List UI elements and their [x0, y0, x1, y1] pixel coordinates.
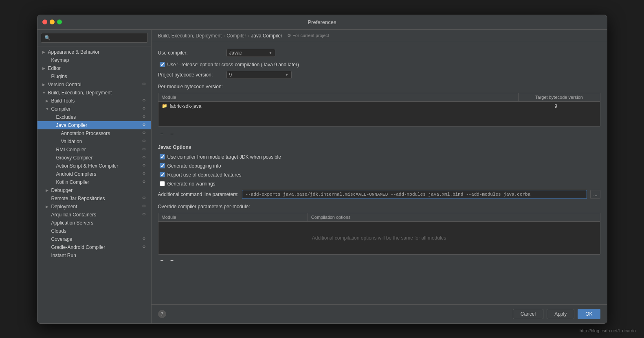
sidebar-item-app-servers[interactable]: Application Servers — [37, 219, 151, 227]
sidebar-item-excludes[interactable]: Excludes ⚙ — [37, 113, 151, 121]
sidebar-item-label: Keymap — [51, 57, 69, 63]
deprecated-checkbox[interactable] — [160, 172, 165, 177]
sidebar-item-label: Plugins — [51, 74, 67, 79]
dropdown-arrow-icon: ▼ — [269, 51, 273, 55]
sidebar-item-appearance[interactable]: ▶ Appearance & Behavior — [37, 48, 151, 56]
module-name: fabric-sdk-java — [170, 103, 202, 109]
sidebar-item-android-compilers[interactable]: Android Compilers ⚙ — [37, 170, 151, 178]
sidebar-item-instant-run[interactable]: Instant Run — [37, 251, 151, 259]
module-bytecode-table: Module Target bytecode version 📁 fabric-… — [158, 93, 600, 126]
sidebar-item-annotation-processors[interactable]: Annotation Processors ⚙ — [37, 129, 151, 137]
breadcrumb-separator: › — [248, 33, 249, 39]
sidebar-item-actionscript[interactable]: ActionScript & Flex Compiler ⚙ — [37, 162, 151, 170]
settings-icon: ⚙ — [142, 147, 148, 153]
sidebar-item-build-exec[interactable]: ▼ Build, Execution, Deployment — [37, 89, 151, 97]
sidebar-item-build-tools[interactable]: ▶ Build Tools ⚙ — [37, 97, 151, 105]
remove-override-button[interactable]: − — [168, 256, 176, 264]
apply-button[interactable]: Apply — [547, 309, 574, 319]
additional-params-label: Additional command line parameters: — [158, 192, 239, 197]
compiler-select[interactable]: Javac Eclipse Ajc — [229, 50, 267, 56]
debug-info-row: Generate debugging info — [158, 163, 600, 169]
cross-compile-checkbox[interactable] — [160, 62, 165, 67]
compiler-select-wrapper[interactable]: Javac Eclipse Ajc ▼ — [226, 49, 275, 57]
search-bar — [37, 30, 151, 46]
add-module-button[interactable]: + — [158, 130, 166, 138]
sidebar-item-groovy-compiler[interactable]: Groovy Compiler ⚙ — [37, 154, 151, 162]
sidebar-item-label: RMI Compiler — [56, 147, 86, 153]
dropdown-arrow-icon: ▼ — [285, 73, 289, 77]
settings-icon: ⚙ — [142, 196, 148, 201]
deprecated-row: Report use of deprecated features — [158, 172, 600, 178]
sidebar-item-debugger[interactable]: ▶ Debugger — [37, 186, 151, 194]
sidebar-item-version-control[interactable]: ▶ Version Control ⚙ — [37, 81, 151, 89]
sidebar-item-label: Editor — [48, 65, 61, 71]
search-input[interactable] — [41, 33, 148, 43]
cancel-button[interactable]: Cancel — [513, 309, 543, 319]
remove-module-button[interactable]: − — [168, 130, 176, 138]
cross-compile-label: Use '--release' option for cross-compila… — [167, 62, 299, 68]
arrow-icon: ▼ — [42, 91, 46, 95]
settings-icon: ⚙ — [142, 155, 148, 161]
settings-icon: ⚙ — [142, 139, 148, 144]
settings-icon: ⚙ — [142, 82, 148, 87]
table-body: 📁 fabric-sdk-java 9 — [158, 102, 600, 126]
close-button[interactable] — [42, 20, 47, 24]
sidebar-item-label: Gradle-Android Compiler — [51, 244, 106, 250]
table-row[interactable]: 📁 fabric-sdk-java 9 — [158, 102, 600, 111]
sidebar-item-compiler[interactable]: ▼ Compiler ⚙ — [37, 105, 151, 113]
debug-info-label: Generate debugging info — [167, 163, 221, 169]
settings-icon: ⚙ — [142, 204, 148, 209]
sidebar-item-label: Build Tools — [51, 98, 75, 104]
arrow-icon: ▶ — [42, 66, 46, 70]
sidebar-item-coverage[interactable]: Coverage ⚙ — [37, 235, 151, 243]
sidebar-item-label: Kotlin Compiler — [56, 179, 89, 185]
sidebar-item-validation[interactable]: Validation ⚙ — [37, 137, 151, 146]
sidebar-item-label: Appearance & Behavior — [48, 49, 100, 55]
window-controls — [42, 20, 62, 24]
additional-params-expand-button[interactable]: ... — [590, 190, 600, 199]
sidebar-item-rmi-compiler[interactable]: RMI Compiler ⚙ — [37, 146, 151, 154]
footer: ? Cancel Apply OK — [152, 304, 607, 323]
sidebar-item-remote-jar[interactable]: Remote Jar Repositories ⚙ — [37, 194, 151, 203]
breadcrumb: Build, Execution, Deployment › Compiler … — [152, 30, 607, 42]
use-module-target-checkbox[interactable] — [160, 154, 165, 159]
sidebar-item-label: Clouds — [51, 228, 66, 234]
breadcrumb-suffix: ⚙ For current project — [287, 33, 329, 38]
no-warnings-checkbox[interactable] — [160, 181, 165, 186]
maximize-button[interactable] — [57, 20, 62, 24]
sidebar-item-label: Annotation Processors — [61, 131, 110, 136]
table-header: Module Target bytecode version — [158, 93, 600, 102]
override-label: Override compiler parameters per-module: — [158, 204, 600, 209]
bytecode-column-header: Target bytecode version — [519, 93, 600, 101]
arrow-icon: ▶ — [46, 205, 50, 209]
sidebar-item-keymap[interactable]: Keymap — [37, 56, 151, 64]
settings-icon: ⚙ — [142, 114, 148, 120]
sidebar-item-arquillian[interactable]: Arquillian Containers ⚙ — [37, 211, 151, 219]
sidebar-item-java-compiler[interactable]: Java Compiler ⚙ — [37, 121, 151, 129]
sidebar-item-editor[interactable]: ▶ Editor — [37, 64, 151, 72]
sidebar-item-deployment[interactable]: ▶ Deployment ⚙ — [37, 203, 151, 211]
bytecode-version-select[interactable]: 9 8 11 — [229, 72, 284, 78]
sidebar-item-plugins[interactable]: Plugins — [37, 72, 151, 81]
sidebar-item-clouds[interactable]: Clouds — [37, 227, 151, 235]
bytecode-select-wrapper[interactable]: 9 8 11 ▼ — [226, 71, 292, 79]
use-module-target-label: Use compiler from module target JDK when… — [167, 154, 281, 160]
override-table-header: Module Compilation options — [158, 213, 600, 222]
help-button[interactable]: ? — [158, 310, 166, 318]
minimize-button[interactable] — [50, 20, 55, 24]
debug-info-checkbox[interactable] — [160, 163, 165, 168]
breadcrumb-part-1: Build, Execution, Deployment — [158, 33, 222, 39]
main-panel: Build, Execution, Deployment › Compiler … — [152, 30, 607, 323]
deprecated-label: Report use of deprecated features — [167, 172, 242, 178]
sidebar-item-kotlin-compiler[interactable]: Kotlin Compiler ⚙ — [37, 178, 151, 186]
settings-icon: ⚙ — [142, 236, 148, 242]
ok-button[interactable]: OK — [578, 309, 600, 319]
sidebar-tree: ▶ Appearance & Behavior Keymap ▶ Editor … — [37, 46, 151, 323]
use-compiler-label: Use compiler: — [158, 50, 223, 56]
sidebar-item-label: Deployment — [51, 204, 77, 209]
add-override-button[interactable]: + — [158, 256, 166, 264]
additional-params-input[interactable] — [242, 190, 587, 199]
sidebar-item-label: Arquillian Containers — [51, 212, 97, 218]
cross-compile-row: Use '--release' option for cross-compila… — [158, 62, 600, 68]
sidebar-item-gradle-android[interactable]: Gradle-Android Compiler ⚙ — [37, 243, 151, 251]
